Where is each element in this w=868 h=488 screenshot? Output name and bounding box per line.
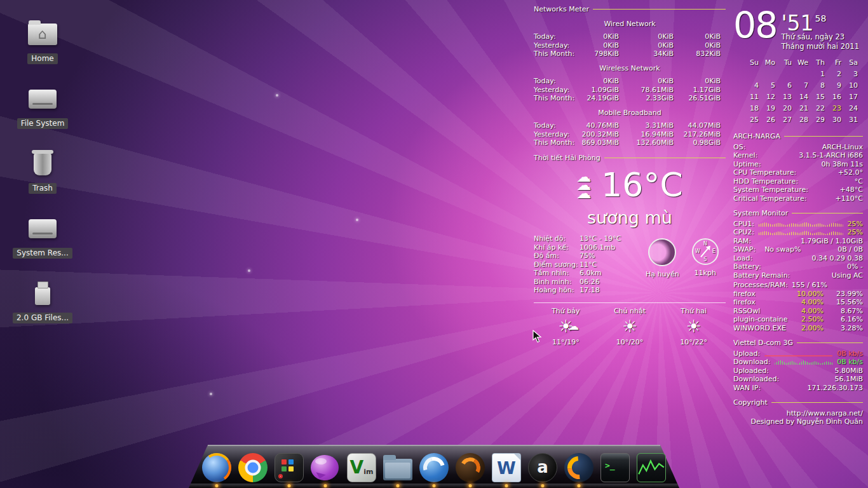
forecast-day-name: Thứ bảy [534, 307, 598, 316]
sparkle-dot [356, 219, 358, 221]
calendar-cell: 26 [759, 114, 775, 126]
weather-header: Thời tiết Hải Phòng [534, 154, 726, 163]
system-info-row: HDD Temperature: °C [733, 177, 863, 186]
dock-item-terminal[interactable]: >_ [600, 453, 630, 482]
calendar-cell: 27 [775, 114, 792, 126]
dock-item-file-manager[interactable] [383, 453, 412, 482]
copyright-header: Copyright [733, 398, 863, 407]
running-indicator [215, 484, 219, 487]
system-monitor-row: Load: 0.34 0.29 0.38 [733, 254, 863, 263]
dock-item-chrome[interactable] [238, 453, 268, 482]
calendar-cell: 16 [825, 92, 841, 103]
desktop-icon-label: File System [17, 118, 69, 129]
system-monitor-icon [637, 453, 666, 482]
calendar-cell: 2 [825, 69, 841, 80]
dock-item-songbird[interactable] [456, 453, 485, 482]
weather-detail-row: Nhiệt độ: 13°C - 19°C [534, 234, 639, 243]
a-letter-app-icon: a [528, 453, 557, 482]
drive-icon [29, 90, 57, 109]
mobile3g-row: Uploaded: 5.80MiB [733, 367, 863, 376]
process-row: RSSOwl 4.00% 8.67% [733, 307, 863, 316]
system-monitor-rows: RAM: 1.79GiB / 1.10GiB SWAP: No swap% 0B… [733, 237, 863, 280]
chrome-icon [238, 453, 268, 482]
cpu1-graph [759, 221, 843, 227]
system-info-row: Kernel: 3.1.5-1-ARCH i686 [733, 151, 863, 160]
desktop-icon-system-reserved[interactable]: System Res... [9, 212, 76, 271]
networks-weather-widget: Networks Meter Wired Network Today: 0KiB… [534, 5, 726, 347]
desktop-icon-label: Trash [29, 183, 57, 194]
mouse-cursor [532, 330, 544, 344]
cpu2-graph [759, 229, 843, 235]
sparkle-dot [276, 94, 278, 97]
forecast-day: Chủ nhật ☀ 10°/20° [598, 307, 662, 347]
calendar-cell [759, 69, 775, 80]
date-line-2: Tháng mười hai 2011 [782, 42, 859, 51]
cpu1-row: CPU1: 25% [733, 220, 863, 229]
desktop-icon-filesystem[interactable]: File System [9, 83, 76, 141]
network-stat-row: Yesterday: 1.09GiB 78.61MiB 1.17GiB [534, 86, 726, 95]
mobile3g-row: Downloaded: 56.1MiB [733, 375, 863, 384]
system-info-row: OS: ARCH-Linux [733, 143, 863, 152]
calendar-cell: 6 [775, 80, 792, 92]
calendar-grid[interactable]: 1234567891011121314151617181920212223242… [733, 69, 863, 126]
weather-detail-row: Bình minh: 06:26 [534, 278, 639, 287]
calendar-cell [742, 69, 759, 80]
system-monitor-row: Battery: 0% - [733, 262, 863, 271]
forecast-temps: 10°/20° [598, 338, 662, 347]
chat-balloon-icon [311, 455, 339, 480]
calendar-cell [792, 69, 808, 80]
sun-cloud-icon: ☀ [661, 315, 726, 338]
weather-condition: sương mù [534, 208, 726, 228]
drive-icon [29, 219, 57, 238]
system-monitor-title: System Monitor [733, 209, 788, 218]
weather-detail-row: Khí áp kế: 1006.1mb [534, 243, 639, 252]
dock-item-vim[interactable]: Vim [347, 453, 376, 482]
calendar-cell: 19 [759, 103, 775, 114]
running-indicator [397, 484, 400, 487]
calendar-cell: 28 [792, 114, 808, 126]
desktop-icon-trash[interactable]: Trash [9, 147, 76, 206]
calendar-cell: 31 [841, 114, 858, 126]
folder-icon [383, 459, 412, 480]
weather-detail-row: Độ ẩm: 75% [534, 252, 639, 261]
sparkle-dot [210, 393, 212, 395]
dock-item-thunderbird[interactable] [419, 453, 449, 482]
dock-item-system-monitor[interactable] [637, 453, 666, 482]
running-indicator [324, 484, 327, 487]
calendar-cell: 4 [742, 80, 759, 92]
network-stat-row: Yesterday: 200.32MiB 16.94MiB 217.26MiB [534, 130, 726, 139]
dock-item-media-player[interactable] [564, 453, 593, 482]
dock-item-app-grid[interactable] [275, 453, 304, 482]
songbird-icon [456, 453, 485, 482]
traffic-graph [783, 376, 830, 382]
dock-item-a-app[interactable]: a [528, 453, 557, 482]
app-grid-icon [275, 453, 304, 482]
traffic-graph [764, 351, 832, 356]
dock-item-chat[interactable] [311, 453, 340, 482]
weather-detail-row: Điểm sương: 11°C [534, 261, 639, 269]
calendar-cell: 23 [825, 103, 841, 114]
moon-phase-label: Hạ huyền [646, 270, 679, 279]
calendar-cell: 21 [792, 103, 808, 114]
moon-phase-icon [648, 238, 676, 266]
process-row: firefox 4.00% 15.56% [733, 298, 863, 307]
calendar-cell: 20 [775, 103, 792, 114]
desktop-icon-column: ⌂ Home File System Trash System Res... 2… [9, 18, 76, 336]
weather-detail-block: Nhiệt độ: 13°C - 19°C Khí áp kế: 1006.1m… [534, 234, 726, 295]
desktop-icon-label: System Res... [13, 248, 72, 259]
copyright-url[interactable]: http://www.narga.net/ [733, 409, 863, 418]
dock-item-firefox[interactable] [202, 453, 231, 482]
wired-network-rows: Today: 0KiB 0KiB 0KiB Yesterday: 0KiB 0K… [534, 32, 726, 58]
separator-line [797, 342, 863, 343]
weather-details: Nhiệt độ: 13°C - 19°C Khí áp kế: 1006.1m… [534, 234, 639, 295]
desktop-icon-home[interactable]: ⌂ Home [9, 18, 76, 76]
calendar-cell: 12 [759, 92, 775, 103]
running-indicator [578, 484, 581, 487]
clock-widget: 08 '5158 Thứ sáu, ngày 23 Tháng mười hai… [733, 8, 863, 51]
graph-icon [637, 458, 665, 478]
desktop-icon-usb-volume[interactable]: 2.0 GB Files... [9, 277, 76, 336]
mobile3g-row: Download: 0B kb/s [733, 358, 863, 367]
dock-item-word[interactable]: W [492, 453, 521, 482]
system-info-row: Uptime: 0h 38m 11s [733, 160, 863, 169]
network-stat-row: This Month: 798KiB 34KiB 832KiB [534, 50, 726, 58]
